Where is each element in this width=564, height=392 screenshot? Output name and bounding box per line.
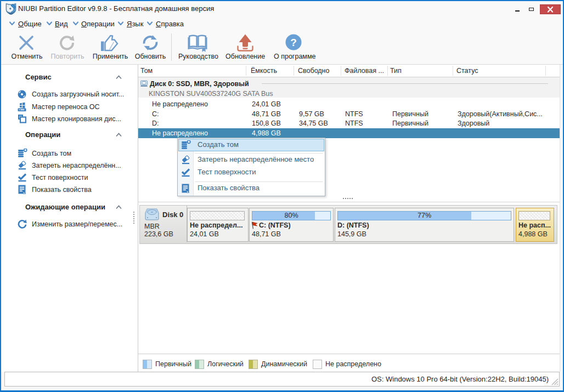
svg-text:?: ?	[290, 37, 297, 48]
